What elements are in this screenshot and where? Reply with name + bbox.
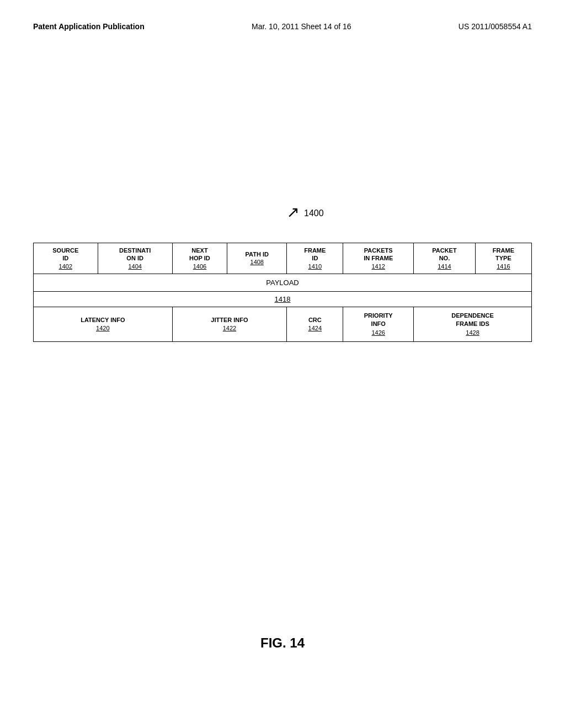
path-id-number: 1408: [232, 258, 282, 266]
arrow-number: 1400: [304, 208, 324, 218]
payload-id-row: 1418: [34, 291, 532, 307]
packets-in-frame-cell: PACKETSIN FRAME 1412: [343, 243, 414, 274]
header-patent-number: US 2011/0058554 A1: [459, 22, 532, 31]
packet-no-label: PACKETNO.: [418, 247, 471, 263]
frame-id-label: FRAMEID: [291, 247, 338, 263]
dependence-frame-ids-label: DEPENDENCEFRAME IDS: [418, 312, 527, 329]
crc-label: CRC: [291, 316, 338, 324]
priority-info-label: PRIORITYINFO: [348, 312, 409, 329]
frame-type-cell: FRAMETYPE 1416: [475, 243, 531, 274]
packets-in-frame-number: 1412: [348, 263, 409, 270]
figure-label: FIG. 14: [0, 635, 565, 651]
frame-type-number: 1416: [480, 263, 527, 270]
page-header: Patent Application Publication Mar. 10, …: [33, 22, 532, 31]
dependence-frame-ids-number: 1428: [418, 329, 527, 337]
latency-info-label: LATENCY INFO: [38, 316, 168, 324]
table-bottom-row: LATENCY INFO 1420 JITTER INFO 1422 CRC 1…: [34, 307, 532, 341]
latency-info-number: 1420: [38, 324, 168, 333]
payload-id-number: 1418: [275, 295, 291, 303]
packet-structure-table: SOURCEID 1402 DESTINATION ID 1404 NEXTHO…: [33, 243, 532, 342]
destination-id-number: 1404: [103, 263, 168, 270]
table-header-row: SOURCEID 1402 DESTINATION ID 1404 NEXTHO…: [34, 243, 532, 274]
latency-info-cell: LATENCY INFO 1420: [34, 307, 173, 341]
header-date-sheet: Mar. 10, 2011 Sheet 14 of 16: [252, 22, 351, 31]
priority-info-cell: PRIORITYINFO 1426: [343, 307, 414, 341]
path-id-label: PATH ID: [232, 250, 282, 258]
next-hop-id-label: NEXTHOP ID: [177, 247, 223, 263]
source-id-cell: SOURCEID 1402: [34, 243, 98, 274]
destination-id-cell: DESTINATION ID 1404: [98, 243, 172, 274]
arrow-icon: ↙: [287, 204, 300, 222]
payload-id-cell: 1418: [34, 291, 532, 307]
diagram-arrow: ↙ 1400: [287, 204, 324, 222]
path-id-cell: PATH ID 1408: [227, 243, 287, 274]
packet-no-cell: PACKETNO. 1414: [414, 243, 476, 274]
main-table-container: SOURCEID 1402 DESTINATION ID 1404 NEXTHO…: [33, 243, 532, 342]
dependence-frame-ids-cell: DEPENDENCEFRAME IDS 1428: [414, 307, 532, 341]
priority-info-number: 1426: [348, 329, 409, 337]
frame-id-cell: FRAMEID 1410: [287, 243, 343, 274]
header-publication: Patent Application Publication: [33, 22, 145, 31]
next-hop-id-cell: NEXTHOP ID 1406: [172, 243, 227, 274]
payload-label-row: PAYLOAD: [34, 274, 532, 291]
payload-label-cell: PAYLOAD: [34, 274, 532, 291]
crc-number: 1424: [291, 324, 338, 333]
jitter-info-label: JITTER INFO: [177, 316, 282, 324]
source-id-number: 1402: [38, 263, 93, 270]
packet-no-number: 1414: [418, 263, 471, 270]
frame-type-label: FRAMETYPE: [480, 247, 527, 263]
packets-in-frame-label: PACKETSIN FRAME: [348, 247, 409, 263]
payload-text: PAYLOAD: [266, 279, 299, 287]
frame-id-number: 1410: [291, 263, 338, 270]
jitter-info-cell: JITTER INFO 1422: [172, 307, 287, 341]
source-id-label: SOURCEID: [38, 247, 93, 263]
jitter-info-number: 1422: [177, 324, 282, 333]
destination-id-label: DESTINATION ID: [103, 247, 168, 263]
crc-cell: CRC 1424: [287, 307, 343, 341]
next-hop-id-number: 1406: [177, 263, 223, 270]
